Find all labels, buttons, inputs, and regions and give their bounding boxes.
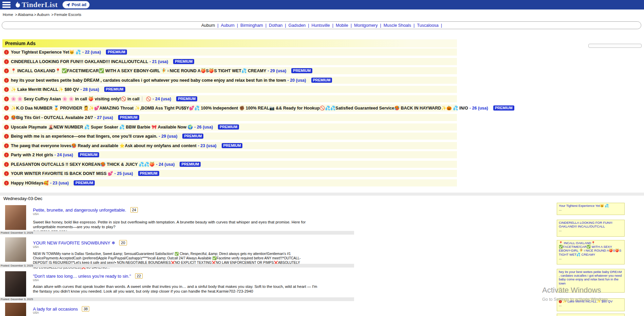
premium-ad-row[interactable]: ↑CINDERELLA LOOKING FOR FUN!!! OAKLAND!!…	[2, 58, 457, 65]
premium-ad-row[interactable]: ↑🌸 🌸 Sexy CuRvy Asian 🌸 🌸 in call 🍑 visi…	[2, 95, 457, 102]
post-ad-button[interactable]: Post ad	[62, 1, 90, 8]
menu-icon[interactable]	[2, 2, 11, 8]
listing-country: USA	[33, 278, 39, 282]
posted-date-strip: Posted: December 3, 2025	[0, 231, 354, 235]
posted-date: Posted: December 3, 2025	[1, 297, 354, 301]
city-link-montgomery[interactable]: Montgomery	[354, 23, 378, 28]
up-arrow-icon: ↑	[4, 97, 9, 101]
brand-name: TinderList	[22, 0, 58, 9]
premium-badge: PREMIUM	[118, 115, 139, 120]
brand-logo[interactable]: TinderList	[15, 0, 58, 9]
city-link-tuscaloosa[interactable]: Tuscaloosa	[417, 23, 438, 28]
premium-ads-header: Premium Ads	[2, 39, 457, 47]
listing-thumbnail[interactable]	[5, 237, 26, 262]
sidebar-ad-card[interactable]: ↑✨ Lake Merritt INCALL✨ $80 QV...	[557, 298, 625, 311]
premium-ad-row[interactable]: ↑The pawg that everyone loves🥵 Ready and…	[2, 142, 457, 149]
city-link-mobile[interactable]: Mobile	[336, 23, 348, 28]
sidebar-ad-card[interactable]	[557, 314, 625, 316]
city-link-gadsden[interactable]: Gadsden	[289, 23, 306, 28]
sidebar-ad-title[interactable]: Your Tightest Experience Yet😼 💦	[559, 204, 623, 208]
listing-title-link[interactable]: "Don't stare too long… unless you're rea…	[33, 274, 131, 279]
premium-ad-row[interactable]: ↑Upscale Playmate 🌋NEW NUMBER 💦 Super So…	[2, 123, 457, 131]
sidebar-ad-more: ...	[559, 208, 623, 211]
breadcrumb: Home >Alabama>Auburn >Female Escorts	[3, 13, 81, 17]
premium-badge: PREMIUM	[173, 59, 194, 64]
sidebar-ad-card[interactable]: Your Tightest Experience Yet😼 💦...	[557, 203, 625, 215]
city-link-auburn[interactable]: Auburn	[221, 23, 235, 28]
premium-ad-age: - 24 (usa)	[54, 153, 73, 157]
sidebar-ad-title[interactable]: hey its your best wettes petite baby DRE…	[559, 270, 623, 285]
premium-ad-age: - 26 (usa)	[194, 125, 213, 130]
breadcrumb-link[interactable]: Female Escorts	[54, 13, 81, 17]
premium-ad-title: 🌸 🌸 Sexy CuRvy Asian 🌸 🌸 in call 🍑 visit…	[11, 96, 151, 101]
breadcrumb-separator: >	[14, 13, 17, 17]
premium-ad-age: - 29 (usa)	[268, 68, 286, 73]
posted-date: Posted: December 3, 2025	[1, 264, 354, 268]
premium-ad-row[interactable]: ↑Party with 2 Hot girls - 24 (usa)PREMIU…	[2, 151, 457, 158]
listing-title-row: "Don't stare too long… unless you're rea…	[33, 273, 143, 279]
listing-age-badge: 22	[135, 273, 143, 279]
premium-ad-age: - 28 (usa)	[80, 87, 99, 92]
listing-thumbnail[interactable]	[5, 271, 26, 297]
premium-badge: PREMIUM	[182, 134, 203, 139]
listing-title-link[interactable]: YOUR NEW FAVORITE SNOWBUNNY ❄	[33, 240, 115, 245]
premium-ad-row[interactable]: ↑✨K.O Daa NUMBER 🏅 PROVIDER 💆✨💕AMAZING T…	[2, 104, 457, 112]
city-link-birmingham[interactable]: Birmingham	[240, 23, 263, 28]
premium-ad-row[interactable]: ↑Being with me is an experience—one that…	[2, 133, 457, 140]
listing-title-link[interactable]: A lady for all occasions	[33, 307, 78, 312]
up-arrow-icon: ↑	[4, 171, 9, 176]
premium-ad-title: 🥵Big Tits Girl - OUTCALL Available 24/7	[11, 115, 93, 120]
up-arrow-icon: ↑	[4, 68, 9, 73]
up-arrow-icon: ↑	[4, 134, 9, 139]
premium-ad-row[interactable]: ↑PLEASANTON OUTCALLS !! SEXY KOREAN🥵 THI…	[2, 161, 457, 168]
breadcrumb-link[interactable]: Auburn	[37, 13, 50, 17]
listing-age-badge: 24	[130, 207, 138, 213]
premium-badge: PREMIUM	[180, 162, 201, 167]
premium-ad-row[interactable]: ↑🥵Big Tits Girl - OUTCALL Available 24/7…	[2, 114, 457, 121]
premium-ad-row[interactable]: ↑📍 INCALL OAKLAND📍 ✅FACETIME/CAR✅ WITH A…	[2, 67, 457, 74]
premium-ad-age: - 29 (usa)	[159, 134, 178, 139]
premium-badge: PREMIUM	[222, 143, 243, 148]
city-separator: |	[217, 23, 218, 28]
posted-date: Posted: December 3, 2025	[1, 231, 354, 235]
posted-date-strip: Posted: December 3, 2025	[0, 264, 354, 268]
post-ad-label: Post ad	[72, 2, 86, 7]
up-arrow-icon: ↑	[559, 300, 562, 303]
premium-ad-row[interactable]: ↑hey its your best wettes petite baby DR…	[2, 77, 457, 84]
sidebar-ad-title[interactable]: 📍 INCALL OAKLAND📍 ✅FACETIME/CAR✅ WITH A …	[559, 241, 623, 256]
sidebar-ad-card[interactable]: 📍 INCALL OAKLAND📍 ✅FACETIME/CAR✅ WITH A …	[557, 240, 625, 264]
premium-badge: PREMIUM	[311, 78, 332, 83]
city-separator: |	[441, 23, 442, 28]
tinderlist-page: TinderList Post ad Home >Alabama>Auburn …	[0, 0, 644, 316]
city-link-muscle-shoals[interactable]: Muscle Shoals	[384, 23, 411, 28]
premium-ad-age: - 21 (usa)	[149, 59, 168, 64]
city-separator: |	[332, 23, 333, 28]
sidebar-ad-card[interactable]: CINDERELLA LOOKING FOR FUN!!! OAKLAND!!!…	[557, 220, 625, 237]
sidebar-ad-title[interactable]: CINDERELLA LOOKING FOR FUN!!! OAKLAND!!!…	[559, 221, 623, 228]
breadcrumb-link[interactable]: Alabama	[18, 13, 33, 17]
premium-ad-title: Happy HOlidays🥰	[11, 180, 49, 185]
top-nav-bar: TinderList Post ad	[0, 0, 644, 9]
listing-description-line: Asian allure with curves that speak loud…	[33, 284, 318, 294]
city-separator: |	[285, 23, 286, 28]
premium-ad-row[interactable]: ↑Your Tightest Experience Yet😼 💦 - 22 (u…	[2, 48, 457, 56]
paper-plane-icon	[66, 3, 70, 7]
city-link-dothan[interactable]: Dothan	[269, 23, 282, 28]
premium-ad-age: - 27 (usa)	[94, 115, 113, 120]
city-link-huntsville[interactable]: Huntsville	[312, 23, 330, 28]
listing-thumbnail[interactable]	[5, 205, 26, 230]
premium-ad-row[interactable]: ↑✨ Lake Merritt INCALL✨ $80 QV - 28 (usa…	[2, 86, 457, 93]
premium-ad-row[interactable]: ↑Happy HOlidays🥰 - 23 (usa)PREMIUM	[2, 179, 457, 186]
premium-ad-row[interactable]: ↑YOUR WINTER FAVORITE IS BACK DONT MISS …	[2, 170, 457, 177]
listing-title-link[interactable]: Petite, brunette, and dangerously unforg…	[33, 208, 126, 213]
sidebar-ad-card[interactable]: hey its your best wettes petite baby DRE…	[557, 269, 625, 293]
up-arrow-icon: ↑	[4, 162, 9, 167]
breadcrumb-separator: >	[50, 13, 54, 17]
up-arrow-icon: ↑	[4, 143, 9, 148]
sidebar-ad-title[interactable]: ↑✨ Lake Merritt INCALL✨ $80 QV	[559, 299, 623, 303]
premium-badge: PREMIUM	[493, 105, 514, 111]
listing-country: USA	[33, 212, 39, 216]
listing-thumbnail[interactable]	[5, 303, 26, 316]
premium-ad-age: - 24 (usa)	[152, 97, 171, 101]
breadcrumb-link[interactable]: Home	[3, 13, 13, 17]
